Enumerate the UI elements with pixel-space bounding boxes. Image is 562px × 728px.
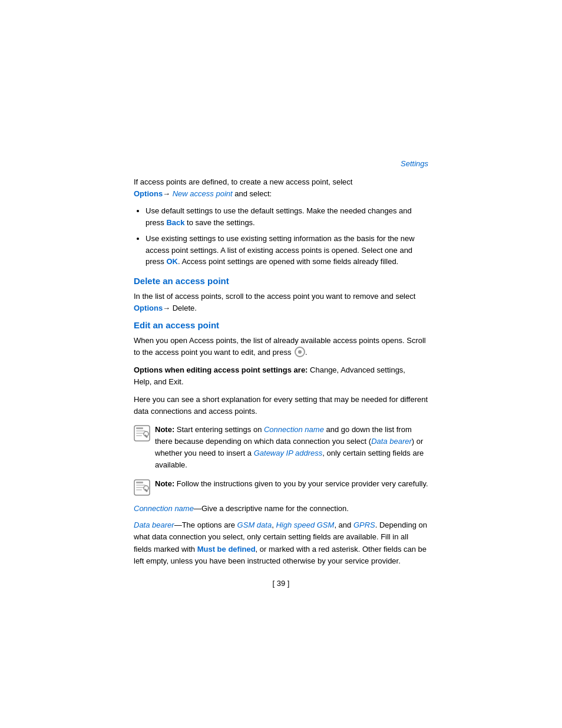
content-area: Settings If access points are defined, t… (134, 0, 428, 635)
options-editing-line: Options when editing access point settin… (134, 364, 428, 388)
note-text-2: Note: Follow the instructions given to y… (155, 478, 428, 490)
change-link[interactable]: Change (310, 365, 337, 374)
note2-bold: Note: (155, 479, 174, 488)
bullet-text-1b: to save the settings. (184, 218, 254, 227)
intro-text1: If access points are defined, to create … (134, 177, 352, 186)
delete-link[interactable]: Delete (173, 304, 195, 312)
delete-options-link[interactable]: Options (134, 304, 163, 312)
gateway-link[interactable]: Gateway IP address (254, 449, 323, 457)
connection-name-link-1[interactable]: Connection name (264, 425, 324, 434)
gprs-link[interactable]: GPRS (353, 521, 375, 529)
new-access-point-link[interactable]: New access point (173, 189, 233, 198)
use-existing-link[interactable]: Use existing settings (146, 234, 216, 243)
and-select: and select: (233, 189, 272, 198)
bullet-text-2b: . Access point settings are opened with … (178, 257, 398, 266)
delete-period: . (194, 304, 197, 312)
must-be-defined-link[interactable]: Must be defined (197, 545, 256, 554)
back-link[interactable]: Back (166, 218, 184, 227)
options-bold-label: Options when editing access point settin… (134, 365, 310, 374)
delete-body-text: In the list of access points, scroll to … (134, 292, 415, 301)
svg-rect-3 (136, 433, 144, 434)
and-text: , and (150, 377, 169, 386)
ok-link[interactable]: OK (166, 257, 178, 266)
svg-rect-10 (136, 489, 142, 490)
page-number: [ 39 ] (134, 579, 428, 588)
svg-rect-1 (136, 427, 143, 429)
bullet-item-1: Use default settings to use the default … (146, 205, 428, 228)
advanced-settings-link[interactable]: Advanced settings (340, 365, 403, 374)
edit-period1: . (305, 348, 308, 357)
svg-rect-2 (136, 430, 146, 431)
settings-header: Settings (134, 159, 428, 168)
data-bearer-link-1[interactable]: Data bearer (371, 437, 412, 446)
data-bearer-text1: —The options are (174, 521, 237, 529)
arrow1: → (163, 189, 170, 198)
note-icon-1 (134, 425, 150, 442)
db-comma2: , and (334, 521, 353, 529)
connection-name-def-text: —Give a descriptive name for the connect… (194, 504, 349, 513)
gsm-data-link[interactable]: GSM data (237, 521, 272, 529)
delete-body: In the list of access points, scroll to … (134, 291, 428, 314)
connection-name-def-link[interactable]: Connection name (134, 504, 194, 513)
svg-rect-4 (136, 435, 142, 436)
note-text-1: Note: Start entering settings on Connect… (155, 424, 428, 472)
note-block-2: Note: Follow the instructions given to y… (134, 478, 428, 496)
note-icon-2 (134, 479, 150, 496)
page: Settings If access points are defined, t… (0, 0, 562, 728)
svg-rect-7 (136, 482, 143, 483)
bullet-item-2: Use existing settings to use existing se… (146, 233, 428, 268)
options-period: . (181, 377, 184, 386)
delete-arrow: → (163, 304, 170, 312)
help-link[interactable]: Help (134, 377, 150, 386)
high-speed-gsm-link[interactable]: High speed GSM (276, 521, 334, 529)
note-block-1: Note: Start entering settings on Connect… (134, 424, 428, 472)
note1-bold: Note: (155, 425, 174, 434)
note1-text: Start entering settings on (174, 425, 264, 434)
svg-rect-9 (136, 487, 144, 488)
use-default-link[interactable]: Use default settings (146, 206, 213, 215)
delete-heading: Delete an access point (134, 276, 428, 286)
comma2: , (403, 365, 405, 374)
settings-label: Settings (401, 159, 428, 168)
note2-text: Follow the instructions given to you by … (174, 479, 428, 488)
data-bearer-def-link[interactable]: Data bearer (134, 521, 174, 529)
connection-name-definition: Connection name—Give a descriptive name … (134, 503, 428, 515)
options-link[interactable]: Options (134, 189, 163, 198)
press-button-icon (295, 347, 305, 357)
explanation-text: Here you can see a short explanation for… (134, 394, 428, 417)
edit-body1: When you open Access points, the list of… (134, 335, 428, 358)
intro-paragraph: If access points are defined, to create … (134, 176, 428, 199)
edit-body-text1: When you open Access points, the list of… (134, 336, 426, 357)
edit-heading: Edit an access point (134, 320, 428, 330)
bullet-list: Use default settings to use the default … (146, 205, 428, 268)
svg-rect-8 (136, 485, 146, 486)
data-bearer-definition: Data bearer—The options are GSM data, Hi… (134, 519, 428, 567)
exit-link[interactable]: Exit (168, 377, 181, 386)
